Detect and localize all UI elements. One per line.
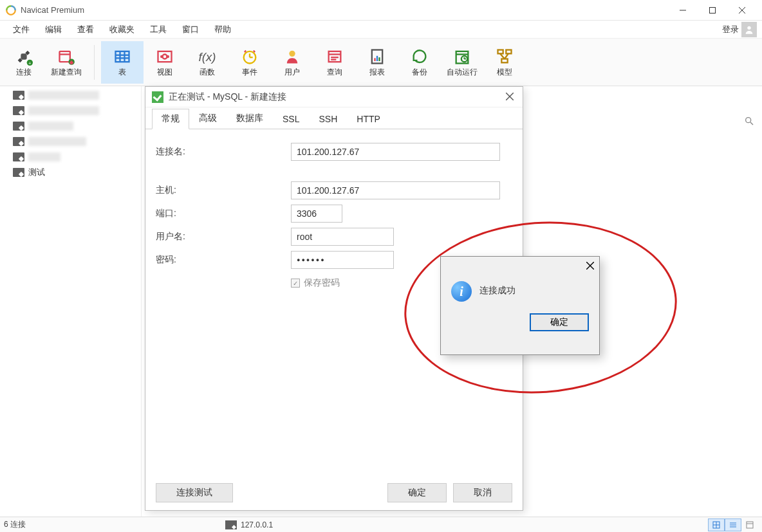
input-password[interactable]: ●●●●●● xyxy=(291,251,394,269)
menu-tools[interactable]: 工具 xyxy=(142,24,174,35)
tab-ssh[interactable]: SSH xyxy=(309,109,347,129)
input-user[interactable]: root xyxy=(291,228,394,246)
svg-line-43 xyxy=(500,53,505,59)
toolbar: + 连接 + 新建查询 表 视图 f(x) 函数 事件 用户 查询 报表 备份 … xyxy=(0,39,762,86)
menu-view[interactable]: 查看 xyxy=(70,24,102,35)
menu-favorites[interactable]: 收藏夹 xyxy=(102,24,142,35)
toolbar-schedule-label: 自动运行 xyxy=(447,67,478,78)
toolbar-model[interactable]: 模型 xyxy=(483,41,526,84)
svg-text:+: + xyxy=(70,60,73,65)
menu-help[interactable]: 帮助 xyxy=(207,24,239,35)
db-icon xyxy=(13,106,24,115)
sidebar-item-test[interactable]: 测试 xyxy=(0,165,141,180)
toolbar-schedule[interactable]: 自动运行 xyxy=(441,41,483,84)
maximize-button[interactable] xyxy=(698,0,727,21)
dialog-cancel-button[interactable]: 取消 xyxy=(453,483,512,502)
sidebar-item-label: 测试 xyxy=(28,167,45,178)
query-icon xyxy=(326,46,344,67)
svg-rect-42 xyxy=(501,59,507,63)
minimize-button[interactable] xyxy=(668,0,698,21)
messagebox-ok-button[interactable]: 确定 xyxy=(530,313,589,331)
svg-point-5 xyxy=(747,26,750,29)
search-icon[interactable] xyxy=(744,116,754,129)
label-port: 端口: xyxy=(156,208,291,219)
toolbar-connect[interactable]: + 连接 xyxy=(3,41,45,84)
toolbar-event[interactable]: 事件 xyxy=(228,41,271,84)
toolbar-function[interactable]: f(x) 函数 xyxy=(186,41,228,84)
view-detail-button[interactable] xyxy=(741,518,758,531)
app-title: Navicat Premium xyxy=(21,5,84,15)
info-icon: i xyxy=(451,281,472,302)
view-grid-button[interactable] xyxy=(708,518,725,531)
tab-general[interactable]: 常规 xyxy=(152,109,189,129)
view-icon xyxy=(156,46,174,67)
toolbar-user[interactable]: 用户 xyxy=(271,41,313,84)
report-icon xyxy=(368,46,386,67)
tab-ssl[interactable]: SSL xyxy=(273,109,309,129)
db-icon xyxy=(13,91,24,100)
svg-text:f(x): f(x) xyxy=(199,50,216,64)
toolbar-newquery[interactable]: + 新建查询 xyxy=(45,41,88,84)
close-button[interactable] xyxy=(727,0,757,21)
svg-rect-6 xyxy=(21,53,26,59)
sidebar-item[interactable] xyxy=(0,149,141,165)
backup-icon xyxy=(411,46,429,67)
clock-icon xyxy=(241,46,259,67)
menu-file[interactable]: 文件 xyxy=(5,24,37,35)
input-conn-name[interactable]: 101.200.127.67 xyxy=(291,143,500,161)
toolbar-user-label: 用户 xyxy=(284,67,300,78)
input-host[interactable]: 101.200.127.67 xyxy=(291,181,500,199)
svg-point-20 xyxy=(160,55,163,59)
svg-rect-41 xyxy=(506,50,511,54)
newquery-icon: + xyxy=(57,46,75,67)
menu-edit[interactable]: 编辑 xyxy=(37,24,70,35)
sidebar-item[interactable] xyxy=(0,134,141,149)
dialog-titlebar: 正在测试 - MySQL - 新建连接 xyxy=(145,87,523,107)
tab-http[interactable]: HTTP xyxy=(347,109,390,129)
statusbar: 6 连接 127.0.0.1 xyxy=(0,517,762,532)
schedule-icon xyxy=(453,46,471,67)
function-icon: f(x) xyxy=(198,46,216,67)
svg-rect-40 xyxy=(498,50,503,54)
checkbox-save-password[interactable]: ✓ xyxy=(291,279,300,288)
messagebox-footer: 确定 xyxy=(441,307,599,338)
svg-rect-33 xyxy=(376,56,378,61)
app-logo-icon xyxy=(5,5,17,16)
toolbar-query-label: 查询 xyxy=(327,67,342,78)
db-icon xyxy=(13,122,24,131)
titlebar: Navicat Premium xyxy=(0,0,762,21)
dialog-ok-button[interactable]: 确定 xyxy=(387,483,447,502)
toolbar-newquery-label: 新建查询 xyxy=(51,67,82,78)
menubar: 文件 编辑 查看 收藏夹 工具 窗口 帮助 登录 xyxy=(0,21,762,39)
svg-rect-32 xyxy=(374,58,375,61)
sidebar-item[interactable] xyxy=(0,87,141,103)
svg-point-21 xyxy=(166,55,169,59)
tab-database[interactable]: 数据库 xyxy=(227,108,273,129)
svg-text:+: + xyxy=(28,61,31,66)
user-icon xyxy=(283,46,301,67)
test-connection-button[interactable]: 连接测试 xyxy=(156,483,233,502)
dialog-close-button[interactable] xyxy=(503,89,516,105)
window-buttons xyxy=(668,0,757,21)
sidebar-item[interactable] xyxy=(0,103,141,118)
menu-window[interactable]: 窗口 xyxy=(174,24,207,35)
toolbar-view[interactable]: 视图 xyxy=(144,41,186,84)
toolbar-report[interactable]: 报表 xyxy=(356,41,398,84)
svg-rect-9 xyxy=(60,51,70,62)
toolbar-model-label: 模型 xyxy=(497,67,512,78)
avatar-icon[interactable] xyxy=(741,22,757,37)
dialog-footer: 连接测试 确定 取消 xyxy=(145,483,523,502)
svg-point-26 xyxy=(289,51,295,57)
input-port[interactable]: 3306 xyxy=(291,205,342,223)
view-list-button[interactable] xyxy=(725,518,741,531)
toolbar-query[interactable]: 查询 xyxy=(313,41,356,84)
tab-advanced[interactable]: 高级 xyxy=(189,108,227,129)
svg-line-46 xyxy=(750,122,753,125)
db-icon xyxy=(13,137,24,146)
toolbar-backup[interactable]: 备份 xyxy=(398,41,441,84)
toolbar-table[interactable]: 表 xyxy=(101,41,144,84)
login-link[interactable]: 登录 xyxy=(722,24,741,35)
svg-rect-2 xyxy=(710,7,716,13)
messagebox-close-button[interactable] xyxy=(586,261,594,272)
sidebar-item[interactable] xyxy=(0,118,141,134)
